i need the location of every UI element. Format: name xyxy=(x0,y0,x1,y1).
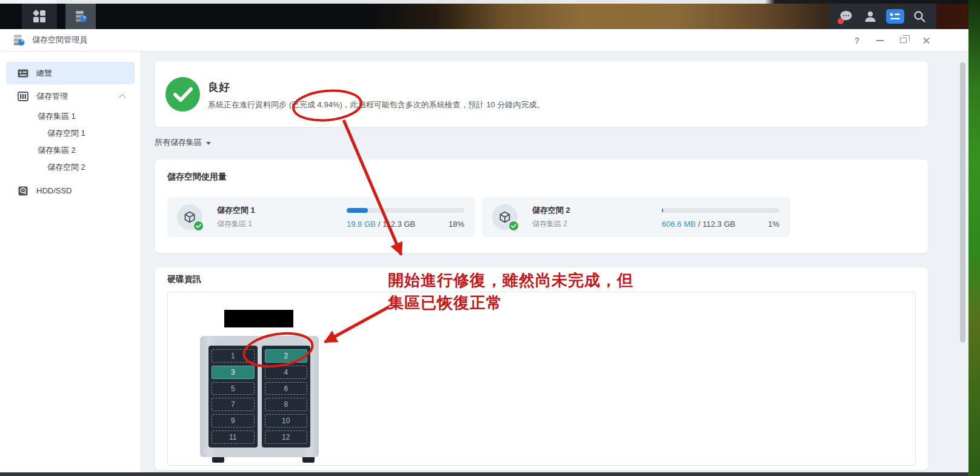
disk-info-heading: 硬碟資訊 xyxy=(167,274,201,285)
sidebar-item-label: 總覽 xyxy=(36,68,52,79)
drive-bay-2: 2 xyxy=(265,349,308,363)
search-icon[interactable] xyxy=(910,7,928,25)
volume-used: 606.6 MB xyxy=(662,220,696,229)
volume-total: 112.3 GB xyxy=(702,220,735,229)
desktop-bottom-edge xyxy=(0,472,968,476)
sidebar-item-overview[interactable]: 總覽 xyxy=(6,62,135,84)
status-message: 系統正在進行資料同步 (已完成 4.94%)，此過程可能包含多次的系統檢查，預計… xyxy=(208,99,544,110)
sidebar-item-volume-1[interactable]: 儲存空間 1 xyxy=(6,125,135,141)
disk-info-card: 硬碟資訊 1 3 5 7 9 11 2 xyxy=(155,267,928,471)
user-icon[interactable] xyxy=(861,7,879,25)
desktop-wallpaper xyxy=(968,0,980,476)
sidebar-item-hdd-ssd[interactable]: HDD/SSD xyxy=(6,179,135,202)
volume-icon xyxy=(492,204,518,230)
sidebar: 總覽 儲存管理 儲存集區 1 儲存空間 1 儲存集區 2 儲存空間 2 xyxy=(0,52,141,472)
drive-bay-1: 1 xyxy=(212,349,255,363)
close-icon xyxy=(922,36,930,44)
pool-filter-dropdown[interactable]: 所有儲存集區 xyxy=(155,137,211,148)
storage-manager-icon xyxy=(73,9,88,24)
window-title: 儲存空間管理員 xyxy=(32,35,87,45)
overview-icon xyxy=(17,67,29,79)
volume-usage-card: 儲存空間使用量 儲存空間 1 儲存集區 1 19.8 GB xyxy=(155,159,928,253)
volume-usage-stats: 606.6 MB / 112.3 GB 1% xyxy=(662,220,779,229)
enclosure-foot xyxy=(302,457,315,463)
disk-enclosure: 1 3 5 7 9 11 2 4 6 8 10 xyxy=(200,336,319,457)
volume-pool: 儲存集區 1 xyxy=(217,219,252,229)
drive-bay-4: 4 xyxy=(265,366,308,379)
drive-bay-5: 5 xyxy=(212,382,255,395)
sidebar-item-pool-2[interactable]: 儲存集區 2 xyxy=(6,142,135,158)
storage-manager-window: 儲存空間管理員 ? 總覽 儲存管理 xyxy=(0,29,968,472)
minimize-icon xyxy=(876,40,884,41)
restore-icon xyxy=(900,38,907,43)
window-titlebar: 儲存空間管理員 ? xyxy=(0,29,968,52)
sidebar-item-storage-manage[interactable]: 儲存管理 xyxy=(6,85,135,107)
disk-enclosure-panel: 1 3 5 7 9 11 2 4 6 8 10 xyxy=(167,292,916,466)
bay-column-right: 2 4 6 8 10 12 xyxy=(262,346,311,448)
enclosure-foot xyxy=(212,457,224,463)
volume-pool: 儲存集區 2 xyxy=(532,219,567,229)
volume-percent: 18% xyxy=(448,220,464,229)
volume-icon xyxy=(177,204,202,230)
sidebar-item-pool-1[interactable]: 儲存集區 1 xyxy=(6,108,135,124)
volume-usage-bar xyxy=(662,208,779,213)
main-menu-icon xyxy=(33,10,45,22)
drive-bay-10: 10 xyxy=(265,414,308,427)
volume-2-card[interactable]: 儲存空間 2 儲存集區 2 606.6 MB / 112.3 GB 1% xyxy=(482,197,790,237)
drive-bay-7: 7 xyxy=(212,398,255,411)
volume-name: 儲存空間 2 xyxy=(532,205,570,216)
drive-bay-8: 8 xyxy=(265,398,308,411)
chat-icon[interactable] xyxy=(837,7,855,25)
healthy-badge-icon xyxy=(193,221,204,231)
chevron-down-icon xyxy=(206,142,211,145)
taskbar-storage-manager-button[interactable] xyxy=(65,4,96,29)
volume-1-card[interactable]: 儲存空間 1 儲存集區 1 19.8 GB / 112.3 GB 18% xyxy=(167,197,475,237)
healthy-badge-icon xyxy=(508,221,519,231)
drive-bay-11: 11 xyxy=(212,431,255,444)
sync-progress-text: (已完成 4.94%) xyxy=(289,100,342,109)
status-title: 良好 xyxy=(208,80,230,95)
close-button[interactable] xyxy=(921,36,931,45)
taskbar xyxy=(0,4,968,29)
volume-usage-stats: 19.8 GB / 112.3 GB 18% xyxy=(347,220,464,229)
minimize-button[interactable] xyxy=(875,36,885,45)
drive-bay-3: 3 xyxy=(212,366,255,379)
health-status-card: 良好 系統正在進行資料同步 (已完成 4.94%)，此過程可能包含多次的系統檢查… xyxy=(155,61,928,127)
help-button[interactable]: ? xyxy=(852,36,862,45)
sidebar-item-label: 儲存管理 xyxy=(36,91,68,102)
drive-bay-12: 12 xyxy=(265,431,308,444)
healthy-check-icon xyxy=(165,77,200,112)
vertical-scrollbar[interactable] xyxy=(960,62,965,343)
pool-filter-label: 所有儲存集區 xyxy=(155,137,202,148)
storage-manager-icon xyxy=(12,33,25,47)
volume-used: 19.8 GB xyxy=(347,220,376,229)
hdd-icon xyxy=(17,185,29,197)
volume-name: 儲存空間 1 xyxy=(217,205,255,216)
sidebar-item-volume-2[interactable]: 儲存空間 2 xyxy=(6,159,135,175)
chevron-up-icon xyxy=(119,94,125,101)
drive-bay-9: 9 xyxy=(212,414,255,427)
main-menu-button[interactable] xyxy=(22,4,57,29)
volume-total: 112.3 GB xyxy=(382,220,415,229)
drive-bay-6: 6 xyxy=(265,382,308,395)
widgets-icon[interactable] xyxy=(886,7,904,25)
volume-percent: 1% xyxy=(768,220,779,229)
usage-heading: 儲存空間使用量 xyxy=(167,172,227,183)
restore-button[interactable] xyxy=(898,36,908,45)
redacted-device-name xyxy=(224,310,293,327)
storage-manage-icon xyxy=(17,90,29,102)
main-content: 良好 系統正在進行資料同步 (已完成 4.94%)，此過程可能包含多次的系統檢查… xyxy=(141,52,968,472)
taskbar-tray xyxy=(829,4,936,29)
volume-usage-bar xyxy=(347,208,464,213)
bay-column-left: 1 3 5 7 9 11 xyxy=(208,346,258,448)
